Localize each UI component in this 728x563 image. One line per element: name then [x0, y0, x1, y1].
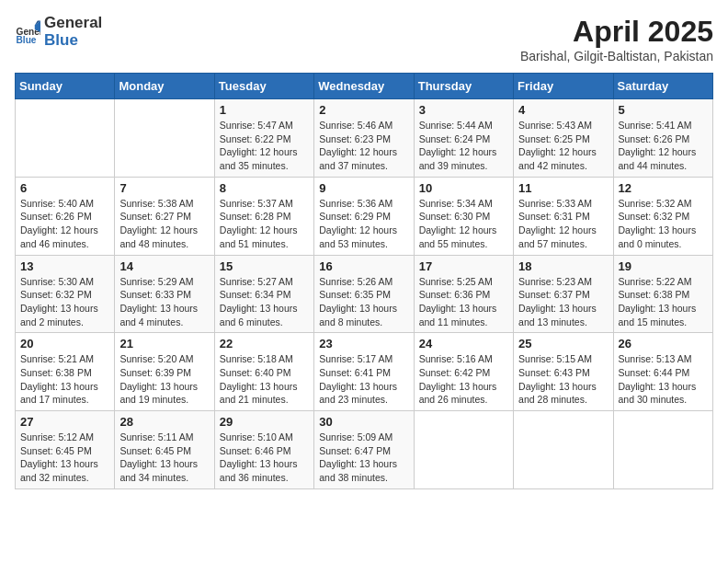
sunset-text: Sunset: 6:35 PM: [319, 288, 408, 302]
calendar-cell: 17Sunrise: 5:25 AMSunset: 6:36 PMDayligh…: [414, 255, 513, 333]
sunrise-text: Sunrise: 5:15 AM: [518, 352, 608, 366]
calendar-week-1: 1Sunrise: 5:47 AMSunset: 6:22 PMDaylight…: [16, 99, 713, 178]
sunrise-text: Sunrise: 5:36 AM: [319, 197, 408, 211]
day-number: 26: [619, 337, 708, 350]
sunrise-text: Sunrise: 5:11 AM: [119, 431, 209, 444]
daylight-text: Daylight: 12 hours and 35 minutes.: [220, 145, 309, 172]
calendar-cell: 7Sunrise: 5:38 AMSunset: 6:27 PMDaylight…: [115, 177, 214, 255]
sunrise-text: Sunrise: 5:12 AM: [20, 431, 109, 444]
calendar-subtitle: Barishal, Gilgit-Baltistan, Pakistan: [520, 49, 713, 63]
weekday-header-tuesday: Tuesday: [214, 74, 313, 99]
calendar-cell: 30Sunrise: 5:09 AMSunset: 6:47 PMDayligh…: [314, 411, 414, 489]
day-number: 15: [220, 259, 309, 273]
daylight-text: Daylight: 12 hours and 39 minutes.: [419, 145, 508, 172]
sunrise-text: Sunrise: 5:29 AM: [119, 275, 209, 289]
daylight-text: Daylight: 12 hours and 55 minutes.: [419, 224, 508, 250]
sunset-text: Sunset: 6:38 PM: [20, 366, 109, 380]
calendar-cell: [414, 411, 513, 489]
daylight-text: Daylight: 12 hours and 37 minutes.: [319, 145, 408, 172]
sunset-text: Sunset: 6:28 PM: [220, 210, 309, 224]
calendar-cell: 3Sunrise: 5:44 AMSunset: 6:24 PMDaylight…: [414, 99, 513, 178]
sunrise-text: Sunrise: 5:37 AM: [220, 197, 309, 211]
calendar-week-5: 27Sunrise: 5:12 AMSunset: 6:45 PMDayligh…: [16, 411, 713, 489]
calendar-table: SundayMondayTuesdayWednesdayThursdayFrid…: [15, 73, 713, 489]
day-number: 13: [20, 259, 109, 273]
calendar-cell: 25Sunrise: 5:15 AMSunset: 6:43 PMDayligh…: [514, 333, 613, 411]
calendar-cell: [514, 411, 613, 489]
day-info: Sunrise: 5:12 AMSunset: 6:45 PMDaylight:…: [20, 431, 109, 485]
calendar-cell: 15Sunrise: 5:27 AMSunset: 6:34 PMDayligh…: [214, 255, 313, 333]
calendar-cell: 23Sunrise: 5:17 AMSunset: 6:41 PMDayligh…: [314, 333, 414, 411]
sunset-text: Sunset: 6:25 PM: [518, 132, 608, 146]
day-info: Sunrise: 5:47 AMSunset: 6:22 PMDaylight:…: [220, 119, 309, 173]
sunrise-text: Sunrise: 5:09 AM: [319, 431, 408, 444]
day-info: Sunrise: 5:22 AMSunset: 6:38 PMDaylight:…: [619, 275, 708, 329]
day-number: 19: [619, 259, 708, 273]
daylight-text: Daylight: 12 hours and 44 minutes.: [619, 145, 708, 172]
calendar-header: SundayMondayTuesdayWednesdayThursdayFrid…: [16, 74, 713, 99]
sunrise-text: Sunrise: 5:44 AM: [419, 119, 508, 132]
day-number: 25: [518, 337, 608, 350]
calendar-title: April 2025: [520, 15, 713, 49]
day-number: 1: [220, 103, 309, 117]
day-info: Sunrise: 5:30 AMSunset: 6:32 PMDaylight:…: [20, 275, 109, 329]
daylight-text: Daylight: 13 hours and 2 minutes.: [20, 302, 109, 328]
calendar-cell: 11Sunrise: 5:33 AMSunset: 6:31 PMDayligh…: [514, 177, 613, 255]
logo-icon: General Blue: [15, 19, 40, 45]
calendar-cell: 2Sunrise: 5:46 AMSunset: 6:23 PMDaylight…: [314, 99, 414, 178]
sunrise-text: Sunrise: 5:32 AM: [619, 197, 708, 211]
daylight-text: Daylight: 13 hours and 23 minutes.: [319, 380, 408, 407]
calendar-cell: [613, 411, 712, 489]
calendar-cell: 27Sunrise: 5:12 AMSunset: 6:45 PMDayligh…: [16, 411, 115, 489]
day-info: Sunrise: 5:10 AMSunset: 6:46 PMDaylight:…: [220, 431, 309, 485]
sunset-text: Sunset: 6:45 PM: [119, 444, 209, 458]
calendar-cell: 20Sunrise: 5:21 AMSunset: 6:38 PMDayligh…: [16, 333, 115, 411]
calendar-cell: 21Sunrise: 5:20 AMSunset: 6:39 PMDayligh…: [115, 333, 214, 411]
calendar-cell: 22Sunrise: 5:18 AMSunset: 6:40 PMDayligh…: [214, 333, 313, 411]
sunset-text: Sunset: 6:33 PM: [119, 288, 209, 302]
calendar-cell: 29Sunrise: 5:10 AMSunset: 6:46 PMDayligh…: [214, 411, 313, 489]
day-info: Sunrise: 5:09 AMSunset: 6:47 PMDaylight:…: [319, 431, 408, 485]
sunset-text: Sunset: 6:40 PM: [220, 366, 309, 380]
day-info: Sunrise: 5:27 AMSunset: 6:34 PMDaylight:…: [220, 275, 309, 329]
day-info: Sunrise: 5:38 AMSunset: 6:27 PMDaylight:…: [119, 197, 209, 251]
day-number: 23: [319, 337, 408, 350]
calendar-cell: 12Sunrise: 5:32 AMSunset: 6:32 PMDayligh…: [613, 177, 712, 255]
calendar-week-3: 13Sunrise: 5:30 AMSunset: 6:32 PMDayligh…: [16, 255, 713, 333]
sunrise-text: Sunrise: 5:38 AM: [119, 197, 209, 211]
sunset-text: Sunset: 6:39 PM: [119, 366, 209, 380]
day-number: 4: [518, 103, 608, 117]
day-info: Sunrise: 5:21 AMSunset: 6:38 PMDaylight:…: [20, 352, 109, 407]
sunset-text: Sunset: 6:30 PM: [419, 210, 508, 224]
daylight-text: Daylight: 13 hours and 32 minutes.: [20, 457, 109, 484]
day-info: Sunrise: 5:17 AMSunset: 6:41 PMDaylight:…: [319, 352, 408, 407]
day-number: 7: [119, 181, 209, 195]
sunset-text: Sunset: 6:26 PM: [619, 132, 708, 146]
sunset-text: Sunset: 6:44 PM: [619, 366, 708, 380]
day-number: 22: [220, 337, 309, 350]
day-number: 27: [20, 415, 109, 429]
day-number: 2: [319, 103, 408, 117]
daylight-text: Daylight: 13 hours and 6 minutes.: [220, 302, 309, 328]
day-number: 30: [319, 415, 408, 429]
daylight-text: Daylight: 13 hours and 11 minutes.: [419, 302, 508, 328]
day-number: 17: [419, 259, 508, 273]
day-info: Sunrise: 5:23 AMSunset: 6:37 PMDaylight:…: [518, 275, 608, 329]
sunrise-text: Sunrise: 5:25 AM: [419, 275, 508, 289]
daylight-text: Daylight: 13 hours and 36 minutes.: [220, 457, 309, 484]
day-number: 24: [419, 337, 508, 350]
weekday-header-wednesday: Wednesday: [314, 74, 414, 99]
day-info: Sunrise: 5:18 AMSunset: 6:40 PMDaylight:…: [220, 352, 309, 407]
sunrise-text: Sunrise: 5:33 AM: [518, 197, 608, 211]
daylight-text: Daylight: 12 hours and 48 minutes.: [119, 224, 209, 250]
sunset-text: Sunset: 6:42 PM: [419, 366, 508, 380]
sunset-text: Sunset: 6:29 PM: [319, 210, 408, 224]
logo: General Blue General Blue: [15, 15, 102, 49]
day-info: Sunrise: 5:20 AMSunset: 6:39 PMDaylight:…: [119, 352, 209, 407]
day-info: Sunrise: 5:34 AMSunset: 6:30 PMDaylight:…: [419, 197, 508, 251]
day-number: 12: [619, 181, 708, 195]
sunset-text: Sunset: 6:27 PM: [119, 210, 209, 224]
sunrise-text: Sunrise: 5:23 AM: [518, 275, 608, 289]
calendar-cell: 8Sunrise: 5:37 AMSunset: 6:28 PMDaylight…: [214, 177, 313, 255]
daylight-text: Daylight: 13 hours and 15 minutes.: [619, 302, 708, 328]
